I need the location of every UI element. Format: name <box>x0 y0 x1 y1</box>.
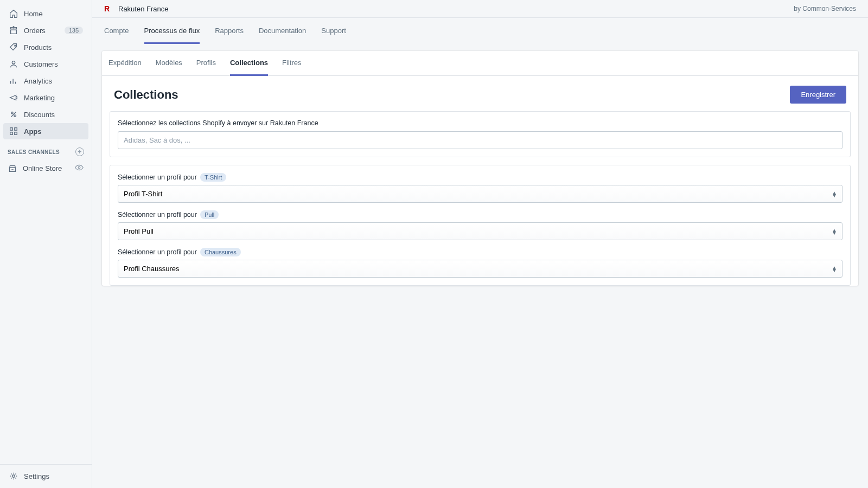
orders-icon <box>9 25 18 35</box>
subtab-filtres[interactable]: Filtres <box>282 51 301 76</box>
tab-documentation[interactable]: Documentation <box>259 18 306 44</box>
channel-label: Online Store <box>23 164 62 172</box>
by-line: by Common-Services <box>794 5 856 12</box>
profile-row-chaussures: Sélectionner un profil pour Chaussures P… <box>118 248 843 278</box>
profile-label: Sélectionner un profil pour Chaussures <box>118 248 843 256</box>
nav-label: Products <box>24 43 52 52</box>
subtab-collections[interactable]: Collections <box>230 51 268 76</box>
analytics-icon <box>9 76 18 86</box>
nav-label: Home <box>24 10 43 18</box>
home-icon <box>9 9 18 18</box>
nav-label: Discounts <box>24 111 55 119</box>
svg-point-9 <box>12 475 15 478</box>
nav-label: Marketing <box>24 94 55 102</box>
channel-online-store[interactable]: Online Store <box>0 159 92 177</box>
svg-point-3 <box>14 115 16 117</box>
profile-row-pull: Sélectionner un profil pour Pull Profil … <box>118 210 843 240</box>
tab-support[interactable]: Support <box>321 18 346 44</box>
nav-label: Analytics <box>24 77 52 85</box>
primary-tabs: Compte Processus de flux Rapports Docume… <box>92 18 868 44</box>
subtab-modeles[interactable]: Modèles <box>156 51 182 76</box>
profile-row-tshirt: Sélectionner un profil pour T-Shirt Prof… <box>118 173 843 203</box>
sales-channels-header: SALES CHANNELS + <box>0 140 92 159</box>
nav-apps[interactable]: Apps <box>3 123 88 139</box>
svg-rect-4 <box>10 128 13 131</box>
collection-tag: Chaussures <box>200 248 241 256</box>
search-label: Sélectionnez les collections Shopify à e… <box>118 119 843 127</box>
profiles-panel: Sélectionner un profil pour T-Shirt Prof… <box>110 165 851 286</box>
profile-select-pull[interactable]: Profil Pull <box>118 222 843 240</box>
page-header: Collections Enregistrer <box>102 76 858 111</box>
nav-home[interactable]: Home <box>3 5 88 22</box>
apps-icon <box>9 126 18 136</box>
settings-label: Settings <box>24 472 49 480</box>
tab-rapports[interactable]: Rapports <box>215 18 244 44</box>
add-channel-icon[interactable]: + <box>75 147 84 156</box>
nav-list: Home Orders 135 Products Customers Ana <box>0 5 92 140</box>
nav-analytics[interactable]: Analytics <box>3 73 88 89</box>
nav-products[interactable]: Products <box>3 39 88 55</box>
search-panel: Sélectionnez les collections Shopify à e… <box>110 111 851 157</box>
section-label: SALES CHANNELS <box>8 149 60 155</box>
svg-point-8 <box>78 166 80 169</box>
nav-customers[interactable]: Customers <box>3 56 88 72</box>
svg-rect-6 <box>10 132 13 135</box>
profile-label: Sélectionner un profil pour Pull <box>118 210 843 219</box>
save-button[interactable]: Enregistrer <box>790 86 846 104</box>
nav-marketing[interactable]: Marketing <box>3 89 88 106</box>
app-logo: R <box>104 4 113 13</box>
topbar: R Rakuten France by Common-Services <box>92 0 868 18</box>
orders-badge: 135 <box>65 27 83 34</box>
main-content: R Rakuten France by Common-Services Comp… <box>92 0 868 488</box>
content-card: Expédition Modèles Profils Collections F… <box>102 51 858 286</box>
nav-discounts[interactable]: Discounts <box>3 106 88 123</box>
gear-icon <box>9 471 18 481</box>
sidebar: Home Orders 135 Products Customers Ana <box>0 0 92 488</box>
svg-rect-5 <box>15 128 17 131</box>
profile-select-chaussures[interactable]: Profil Chaussures <box>118 260 843 278</box>
tab-processus[interactable]: Processus de flux <box>144 18 200 44</box>
page-title: Collections <box>114 88 178 102</box>
collection-tag: T-Shirt <box>200 173 226 182</box>
eye-icon[interactable] <box>74 163 84 174</box>
subtab-profils[interactable]: Profils <box>196 51 216 76</box>
discounts-icon <box>9 110 18 119</box>
nav-settings[interactable]: Settings <box>3 468 88 484</box>
svg-point-0 <box>15 45 16 46</box>
subtab-expedition[interactable]: Expédition <box>108 51 142 76</box>
collections-search-input[interactable] <box>118 131 843 149</box>
profile-select-tshirt[interactable]: Profil T-Shirt <box>118 185 843 203</box>
customers-icon <box>9 59 18 69</box>
nav-label: Apps <box>24 127 42 136</box>
app-title: Rakuten France <box>118 5 169 13</box>
marketing-icon <box>9 93 18 102</box>
profile-label: Sélectionner un profil pour T-Shirt <box>118 173 843 182</box>
tab-compte[interactable]: Compte <box>104 18 129 44</box>
subtabs: Expédition Modèles Profils Collections F… <box>102 51 858 76</box>
store-icon <box>8 164 17 174</box>
svg-rect-7 <box>15 132 17 135</box>
nav-label: Orders <box>24 27 46 35</box>
nav-orders[interactable]: Orders 135 <box>3 22 88 38</box>
svg-point-2 <box>11 112 14 114</box>
nav-label: Customers <box>24 60 58 68</box>
products-icon <box>9 42 18 52</box>
svg-point-1 <box>12 61 15 64</box>
collection-tag: Pull <box>200 210 219 219</box>
